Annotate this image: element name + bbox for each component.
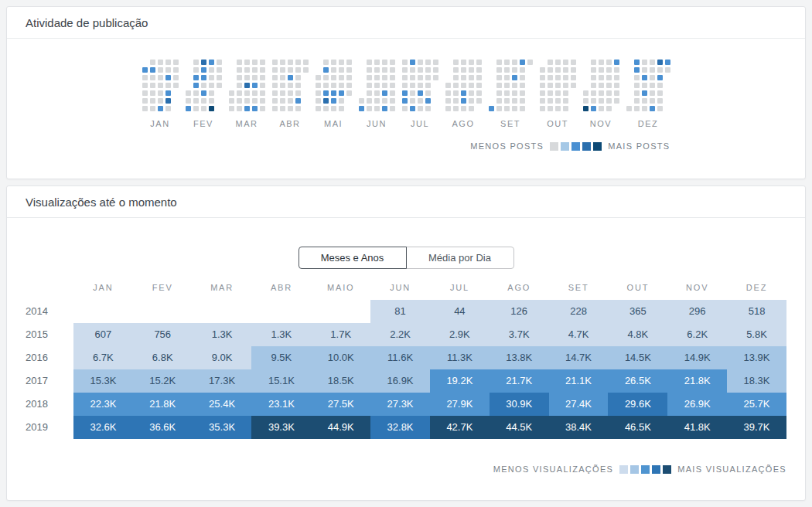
views-cell[interactable]: 296	[667, 300, 727, 323]
views-cell[interactable]: 14.9K	[667, 346, 727, 369]
day-cell	[476, 75, 482, 80]
views-cell[interactable]: 9.0K	[193, 346, 252, 369]
day-cell	[201, 67, 206, 73]
day-cell	[260, 106, 265, 111]
views-cell[interactable]: 3.7K	[490, 323, 549, 346]
views-cell[interactable]: 228	[549, 300, 609, 323]
views-cell[interactable]: 14.7K	[549, 346, 609, 369]
toggle-avg-per-day-button[interactable]: Média por Dia	[406, 247, 514, 269]
views-cell[interactable]: 1.3K	[251, 323, 311, 346]
day-cell	[193, 106, 199, 111]
views-cell[interactable]: 15.2K	[133, 369, 193, 393]
day-cell	[606, 75, 612, 80]
day-cell	[461, 60, 466, 65]
day-cell	[359, 67, 364, 73]
views-cell[interactable]: 2.9K	[430, 323, 490, 346]
views-cell[interactable]: 25.4K	[193, 393, 252, 416]
day-cell	[606, 67, 612, 73]
heatmap-month-mar: MAR	[229, 60, 265, 128]
views-cell[interactable]: 39.7K	[727, 416, 786, 439]
toggle-months-years-button[interactable]: Meses e Anos	[299, 247, 407, 269]
day-cell	[303, 106, 309, 111]
views-cell[interactable]: 26.5K	[608, 369, 667, 393]
views-cell[interactable]: 44	[430, 300, 490, 323]
views-cell[interactable]: 126	[490, 300, 549, 323]
day-cell	[244, 75, 250, 80]
views-cell[interactable]: 21.8K	[133, 393, 193, 416]
views-cell[interactable]: 41.8K	[667, 416, 727, 439]
views-cell[interactable]: 607	[73, 323, 133, 346]
views-cell[interactable]: 44.5K	[490, 416, 549, 439]
views-cell[interactable]: 756	[133, 323, 193, 346]
day-cell	[209, 60, 214, 65]
views-cell[interactable]: 21.1K	[549, 369, 609, 393]
views-cell[interactable]: 15.3K	[73, 369, 133, 393]
views-cell[interactable]: 6.8K	[133, 346, 193, 369]
day-cell	[418, 98, 423, 104]
views-cell[interactable]: 27.4K	[549, 393, 609, 416]
views-cell[interactable]: 81	[370, 300, 430, 323]
views-cell[interactable]: 46.5K	[608, 416, 667, 439]
day-cell	[280, 98, 285, 104]
views-cell[interactable]: 39.3K	[251, 416, 311, 439]
views-cell[interactable]: 27.5K	[311, 393, 370, 416]
day-cell	[323, 98, 329, 104]
day-cell	[469, 60, 474, 65]
views-cell[interactable]: 365	[608, 300, 667, 323]
views-cell[interactable]: 23.1K	[251, 393, 311, 416]
views-cell[interactable]: 25.7K	[727, 393, 786, 416]
views-cell[interactable]: 11.3K	[430, 346, 490, 369]
heatmap-month-grid	[316, 60, 352, 111]
views-cell[interactable]: 42.7K	[430, 416, 490, 439]
views-cell[interactable]: 5.8K	[727, 323, 786, 346]
views-cell[interactable]: 32.6K	[73, 416, 133, 439]
views-cell[interactable]: 4.7K	[549, 323, 609, 346]
views-cell[interactable]: 35.3K	[193, 416, 252, 439]
views-cell[interactable]: 19.2K	[430, 369, 490, 393]
day-cell	[173, 106, 179, 111]
day-cell	[425, 106, 431, 111]
views-cell[interactable]: 27.3K	[370, 393, 430, 416]
heatmap-month-label: JUN	[359, 119, 395, 128]
day-cell	[606, 83, 612, 88]
views-cell[interactable]: 17.3K	[193, 369, 252, 393]
views-cell[interactable]: 27.9K	[430, 393, 490, 416]
views-cell[interactable]: 4.8K	[608, 323, 667, 346]
views-cell[interactable]: 11.6K	[370, 346, 430, 369]
views-cell[interactable]: 18.5K	[311, 369, 370, 393]
views-cell[interactable]: 6.2K	[667, 323, 727, 346]
day-cell	[583, 106, 589, 111]
views-cell[interactable]: 9.5K	[251, 346, 311, 369]
views-cell[interactable]: 36.6K	[133, 416, 193, 439]
views-cell[interactable]: 30.9K	[490, 393, 549, 416]
day-cell	[571, 75, 576, 80]
views-cell[interactable]: 18.3K	[727, 369, 786, 393]
views-cell[interactable]: 21.8K	[667, 369, 727, 393]
views-cell[interactable]: 13.8K	[490, 346, 549, 369]
views-cell[interactable]: 13.9K	[727, 346, 786, 369]
views-cell[interactable]: 1.7K	[311, 323, 370, 346]
day-cell	[374, 106, 380, 111]
day-cell	[165, 75, 171, 80]
views-cell[interactable]: 2.2K	[370, 323, 430, 346]
day-cell	[469, 98, 474, 104]
views-cell[interactable]: 32.8K	[370, 416, 430, 439]
day-cell	[323, 83, 329, 88]
views-cell[interactable]: 22.3K	[73, 393, 133, 416]
views-cell[interactable]: 1.3K	[193, 323, 252, 346]
views-cell[interactable]: 38.4K	[549, 416, 609, 439]
day-cell	[288, 60, 293, 65]
views-cell[interactable]: 518	[727, 300, 786, 323]
views-cell[interactable]: 16.9K	[370, 369, 430, 393]
views-cell[interactable]: 14.5K	[608, 346, 667, 369]
views-cell[interactable]: 21.7K	[490, 369, 549, 393]
views-cell[interactable]: 10.0K	[311, 346, 370, 369]
views-cell[interactable]: 26.9K	[667, 393, 727, 416]
views-cell[interactable]: 44.9K	[311, 416, 370, 439]
views-cell[interactable]: 29.6K	[608, 393, 667, 416]
views-cell[interactable]: 6.7K	[73, 346, 133, 369]
day-cell	[359, 60, 364, 65]
day-cell	[229, 90, 234, 96]
views-cell[interactable]: 15.1K	[251, 369, 311, 393]
day-cell	[583, 90, 589, 96]
